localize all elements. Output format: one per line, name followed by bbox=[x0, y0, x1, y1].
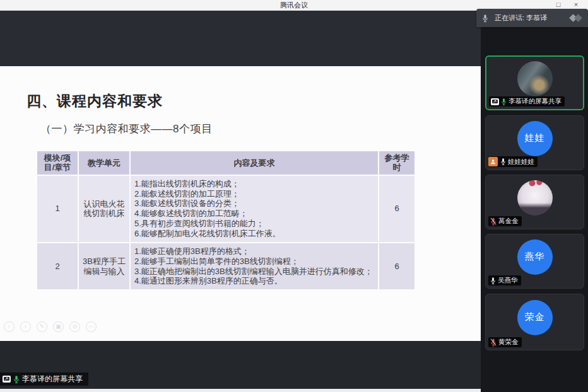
microphone-on-icon bbox=[501, 98, 507, 106]
requirement-item: 1.能够正确使用3B程序的格式； bbox=[134, 246, 374, 257]
avatar: 荣金 bbox=[517, 300, 553, 335]
participant-label: 莴金金 bbox=[488, 216, 522, 226]
participant-tile[interactable]: 莴金金 bbox=[485, 175, 584, 229]
requirement-item: 6.能够配制加电火花线切割机床工作液。 bbox=[134, 229, 374, 239]
table-row: 1 认识电火花线切割机床 1.能指出线切割机床的构成； 2.能叙述线切割的加工原… bbox=[37, 176, 415, 242]
avatar bbox=[517, 180, 553, 216]
more-options-icon: ⋯ bbox=[86, 321, 97, 332]
table-header-row: 模块/项目/章节 教学单元 内容及要求 参考学时 bbox=[37, 151, 415, 175]
participant-label: 吴燕华 bbox=[488, 275, 521, 285]
participant-label: 黄荣金 bbox=[488, 337, 522, 347]
avatar bbox=[517, 61, 553, 96]
slideshow-toolbar: ‹ › ✎ ▣ ⊙ ⋯ bbox=[4, 321, 97, 332]
participant-tile[interactable]: 荣金 黄荣金 bbox=[485, 294, 584, 350]
microphone-muted-icon bbox=[490, 217, 497, 226]
next-slide-icon: › bbox=[20, 321, 31, 332]
header-unit: 教学单元 bbox=[79, 151, 129, 175]
participant-tile[interactable]: 燕华 吴燕华 bbox=[485, 234, 584, 289]
participant-label: 娃娃娃娃 bbox=[488, 156, 538, 167]
microphone-icon bbox=[482, 14, 488, 23]
screen-share-icon bbox=[3, 376, 11, 383]
microphone-on-icon bbox=[500, 158, 506, 166]
requirement-item: 4.能通过图形来辨别3B程序的正确与否。 bbox=[134, 276, 374, 286]
participant-tile-sharer[interactable]: 李慕译的屏幕共享 bbox=[485, 55, 584, 110]
requirement-item: 1.能指出线切割机床的构成； bbox=[134, 179, 374, 189]
avatar: 娃娃 bbox=[517, 121, 553, 156]
participant-name: 莴金金 bbox=[498, 217, 519, 226]
microphone-muted-icon bbox=[490, 338, 497, 347]
participant-name: 李慕译的屏幕共享 bbox=[509, 97, 562, 106]
presentation-slide: 四、课程内容和要求 （一）学习内容和要求——8个项目 模块/项目/章节 教学单元… bbox=[0, 66, 481, 341]
slide-subtitle: （一）学习内容和要求——8个项目 bbox=[40, 122, 212, 136]
cell-requirements: 1.能指出线切割机床的构成； 2.能叙述线切割的加工原理； 3.能叙述线切割设备… bbox=[131, 176, 378, 242]
host-badge-icon bbox=[488, 157, 498, 166]
cell-module: 2 bbox=[37, 243, 78, 289]
speaking-indicator-label: 正在讲话: 李慕译 bbox=[495, 13, 547, 23]
requirement-item: 3.能叙述线切割设备的分类； bbox=[134, 199, 374, 209]
zoom-icon: ⊙ bbox=[69, 321, 80, 332]
cell-hours: 6 bbox=[379, 176, 415, 242]
avatar: 燕华 bbox=[517, 239, 553, 275]
course-content-table: 模块/项目/章节 教学单元 内容及要求 参考学时 1 认识电火花线切割机床 1.… bbox=[36, 150, 416, 291]
cell-module: 1 bbox=[37, 176, 78, 242]
screen-share-icon bbox=[491, 98, 499, 105]
pen-icon: ✎ bbox=[37, 321, 47, 332]
requirement-item: 5.具有初步查阅线切割书籍的能力； bbox=[134, 219, 374, 229]
cell-unit: 3B程序手工编辑与输入 bbox=[79, 243, 129, 289]
requirement-item: 3.能正确地把编制出的3B线切割编程输入电脑并进行仿真和修改； bbox=[134, 267, 374, 277]
cell-hours: 6 bbox=[379, 243, 415, 289]
participant-label: 李慕译的屏幕共享 bbox=[489, 96, 565, 107]
speaking-indicator-banner: 正在讲话: 李慕译 bbox=[476, 9, 588, 27]
requirement-item: 4.能够叙述线切割的加工范畴； bbox=[134, 209, 374, 219]
header-module: 模块/项目/章节 bbox=[37, 151, 78, 175]
header-hours: 参考学时 bbox=[379, 151, 415, 175]
previous-slide-icon: ‹ bbox=[4, 321, 15, 332]
requirement-item: 2.能够手工编制出简单零件的3B线切割编程； bbox=[134, 257, 374, 267]
requirement-item: 2.能叙述线切割的加工原理； bbox=[134, 189, 374, 199]
microphone-on-icon bbox=[13, 375, 20, 384]
header-requirements: 内容及要求 bbox=[131, 151, 378, 175]
participant-tile[interactable]: 娃娃 娃娃娃娃 bbox=[485, 115, 584, 170]
participant-name: 吴燕华 bbox=[498, 276, 518, 285]
collapse-diamonds-icon bbox=[569, 13, 583, 23]
slide-title: 四、课程内容和要求 bbox=[26, 91, 163, 111]
microphone-on-icon bbox=[490, 277, 496, 285]
screen-share-banner: 李慕译的屏幕共享 bbox=[0, 372, 88, 386]
screen-share-banner-label: 李慕译的屏幕共享 bbox=[22, 374, 83, 384]
cell-requirements: 1.能够正确使用3B程序的格式； 2.能够手工编制出简单零件的3B线切割编程； … bbox=[131, 243, 378, 289]
cell-unit: 认识电火花线切割机床 bbox=[79, 176, 129, 242]
table-row: 2 3B程序手工编辑与输入 1.能够正确使用3B程序的格式； 2.能够手工编制出… bbox=[37, 243, 415, 289]
participant-name: 黄荣金 bbox=[498, 338, 519, 347]
all-slides-icon: ▣ bbox=[53, 321, 64, 332]
participant-name: 娃娃娃娃 bbox=[508, 158, 534, 166]
